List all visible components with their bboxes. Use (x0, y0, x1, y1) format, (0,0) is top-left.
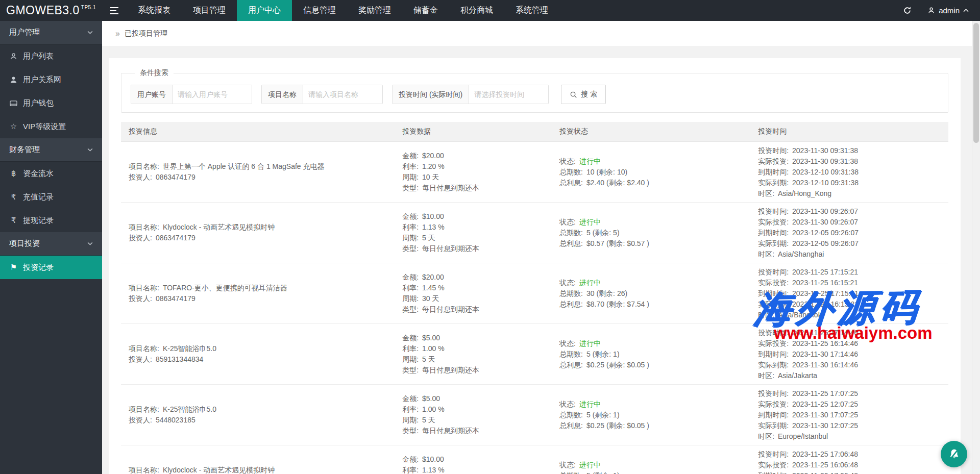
field-actual_invest: 2023-11-30 09:26:07 (792, 217, 858, 228)
field-expire_time: 2023-12-05 09:26:07 (792, 228, 859, 238)
notification-toggle-button[interactable] (941, 441, 967, 467)
field-invest_time: 2023-11-25 17:14:46 (792, 328, 858, 338)
field-investor: 0863474179 (156, 293, 195, 304)
field-interest: $8.70 (剩余: $7.54 ) (586, 299, 649, 310)
field-invest_time: 2023-11-25 17:06:48 (792, 449, 858, 460)
cell-invest-time: 投资时间:2023-11-30 09:26:07实际投资:2023-11-30 … (758, 203, 948, 263)
field-project: TOFARO-更小、更便携的可视耳清洁器 (163, 283, 287, 293)
user-name: admin (939, 6, 960, 15)
field-interest: $0.25 (剩余: $0.05 ) (586, 420, 649, 431)
nav-tab[interactable]: 项目管理 (182, 0, 237, 21)
refresh-icon[interactable] (902, 6, 912, 15)
field-amount: $20.00 (422, 151, 444, 161)
field-status: 进行中 (579, 217, 601, 228)
nav-tab[interactable]: 储蓄金 (402, 0, 449, 21)
search-legend: 条件搜索 (135, 68, 174, 78)
field-status: 进行中 (579, 399, 601, 410)
field-status: 进行中 (579, 460, 601, 470)
invest-time-input[interactable] (469, 85, 548, 104)
sidebar-item[interactable]: 用户关系网 (0, 68, 102, 91)
search-button[interactable]: 搜 索 (561, 85, 606, 104)
cell-invest-status: 状态:进行中总期数:5 (剩余: 5)总利息:$0.57 (剩余: $0.57 … (559, 203, 758, 263)
cell-invest-info: 项目名称:K-25智能浴巾5.0投资人:5448023185 (121, 385, 402, 445)
logo: GMOWEB3.0 TP5.1 (0, 0, 102, 21)
cell-invest-status: 状态:进行中总期数:30 (剩余: 26)总利息:$8.70 (剩余: $7.5… (559, 263, 758, 323)
hamburger-icon[interactable] (102, 0, 127, 21)
cell-invest-data: 金额:$10.00利率:1.13 %周期:类型: (402, 445, 559, 474)
field-type: 每日付息到期还本 (422, 304, 479, 315)
nav-tab[interactable]: 奖励管理 (347, 0, 402, 21)
field-investor: 859131344834 (156, 354, 203, 365)
table-header-row: 投资信息投资数据投资状态投资时间 (121, 122, 948, 142)
chevron-down-icon (87, 31, 93, 34)
field-status: 进行中 (579, 338, 601, 349)
field-rate: 1.20 % (422, 161, 445, 172)
project-input[interactable] (303, 85, 382, 104)
scrollbar[interactable] (972, 21, 980, 474)
field-periods: 5 (剩余: 5) (586, 228, 620, 238)
sidebar-item[interactable]: ₹充值记录 (0, 185, 102, 209)
chevron-up-icon (963, 9, 969, 12)
field-actual_invest: 2023-11-25 12:07:25 (792, 399, 858, 410)
cell-invest-data: 金额:$20.00利率:1.45 %周期:30 天类型:每日付息到期还本 (402, 263, 559, 323)
field-project: 世界上第一个 Apple 认证的 6 合 1 MagSafe 充电器 (163, 161, 325, 172)
topbar-right: admin (902, 0, 980, 21)
sidebar-item[interactable]: ⚑投资记录 (0, 256, 102, 279)
page-title: 已投项目管理 (125, 29, 167, 38)
field-rate: 1.13 % (422, 222, 445, 233)
sidebar-section-header[interactable]: 用户管理 (0, 21, 102, 44)
user-icon (9, 53, 18, 60)
field-rate: 1.45 % (422, 283, 445, 293)
sidebar-item[interactable]: ☆VIP等级设置 (0, 115, 102, 138)
field-expire_time: 2023-12-10 09:31:38 (792, 167, 859, 178)
field-actual_expire: 2023-12-10 09:31:38 (792, 178, 859, 188)
logo-version: TP5.1 (81, 5, 96, 10)
logo-text: GMOWEB3.0 (6, 4, 80, 17)
field-invest_time: 2023-11-30 09:26:07 (792, 206, 858, 217)
cell-invest-status: 状态:进行中总期数:5 (剩余: 1)总利息:$0.25 (剩余: $0.05 … (559, 385, 758, 445)
field-amount: $20.00 (422, 272, 444, 283)
nav-tab[interactable]: 信息管理 (292, 0, 347, 21)
topbar: GMOWEB3.0 TP5.1 系统报表项目管理用户中心信息管理奖励管理储蓄金积… (0, 0, 980, 21)
cell-invest-data: 金额:$10.00利率:1.13 %周期:5 天类型:每日付息到期还本 (402, 203, 559, 263)
account-input[interactable] (173, 85, 252, 104)
field-type: 每日付息到期还本 (422, 426, 479, 436)
field-rate: 1.00 % (422, 343, 445, 354)
cell-invest-status: 状态:进行中总期数:5 (剩余: 1)总利息:$0.25 (剩余: $0.05 … (559, 324, 758, 384)
field-amount: $5.00 (422, 393, 440, 404)
nav-tab[interactable]: 系统管理 (504, 0, 559, 21)
field-timezone: Asia/Shanghai (778, 249, 824, 260)
nav-tab[interactable]: 用户中心 (237, 0, 292, 21)
column-header: 投资信息 (121, 127, 402, 136)
cell-invest-time: 投资时间:2023-11-25 17:06:48实际投资:2023-11-25 … (758, 445, 948, 474)
sidebar-section-header[interactable]: 项目投资 (0, 232, 102, 256)
sidebar-item[interactable]: ₹提现记录 (0, 209, 102, 232)
field-rate: 1.13 % (422, 465, 445, 474)
field-investor: 5448023185 (156, 415, 195, 426)
field-type: 每日付息到期还本 (422, 183, 479, 193)
breadcrumb-chevrons-icon: » (115, 29, 120, 38)
table-row: 项目名称:K-25智能浴巾5.0投资人:5448023185金额:$5.00利率… (121, 385, 948, 445)
user-menu[interactable]: admin (927, 6, 969, 15)
field-periods: 10 (剩余: 10) (586, 167, 627, 178)
rupee-icon: ₹ (9, 192, 18, 202)
field-actual_invest: 2023-11-25 16:15:21 (792, 278, 858, 288)
scrollbar-thumb[interactable] (973, 23, 979, 143)
field-interest: $0.25 (剩余: $0.05 ) (586, 360, 649, 370)
cell-invest-data: 金额:$20.00利率:1.20 %周期:10 天类型:每日付息到期还本 (402, 142, 559, 202)
nav-tab[interactable]: 系统报表 (127, 0, 182, 21)
field-invest_time: 2023-11-25 17:15:21 (792, 267, 858, 278)
field-periods: 5 (剩余: 1) (586, 410, 620, 420)
nav-tab[interactable]: 积分商城 (449, 0, 504, 21)
sidebar-item[interactable]: 用户列表 (0, 44, 102, 68)
field-amount: $10.00 (422, 454, 444, 465)
cell-invest-info: 项目名称:Klydoclock - 动画艺术遇见模拟时钟投资人:08634741… (121, 203, 402, 263)
sidebar-item[interactable]: 用户钱包 (0, 91, 102, 115)
table-row: 项目名称:K-25智能浴巾5.0投资人:859131344834金额:$5.00… (121, 324, 948, 385)
sidebar-item[interactable]: ฿资金流水 (0, 162, 102, 185)
main-nav: 系统报表项目管理用户中心信息管理奖励管理储蓄金积分商城系统管理 (127, 0, 559, 21)
sidebar-section-header[interactable]: 财务管理 (0, 138, 102, 162)
investment-table: 投资信息投资数据投资状态投资时间 项目名称:世界上第一个 Apple 认证的 6… (121, 122, 948, 474)
field-type: 每日付息到期还本 (422, 243, 479, 254)
project-field: 项目名称 (261, 85, 383, 104)
